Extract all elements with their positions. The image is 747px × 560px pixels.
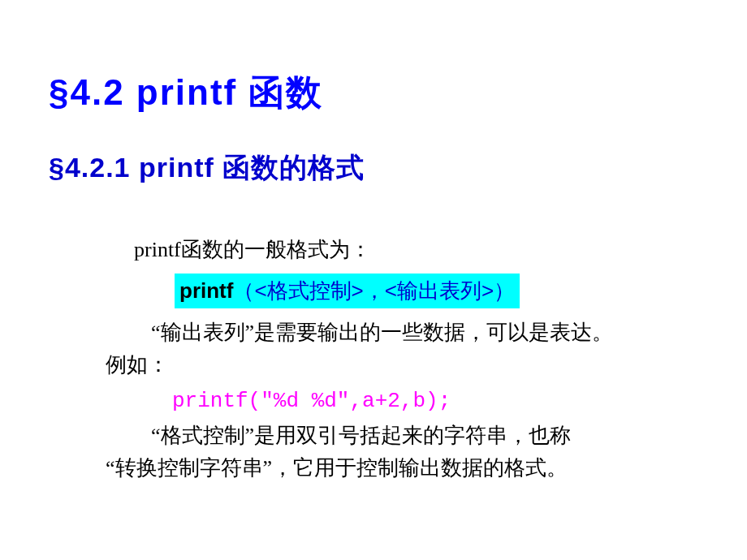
intro-text: printf函数的一般格式为： bbox=[134, 235, 698, 264]
sub-title: §4.2.1 printf 函数的格式 bbox=[49, 149, 698, 187]
slide-content: §4.2 printf 函数 §4.2.1 printf 函数的格式 print… bbox=[0, 0, 747, 485]
printf-keyword: printf bbox=[179, 278, 233, 303]
main-title: §4.2 printf 函数 bbox=[49, 69, 698, 117]
syntax-highlight-box: printf（<格式控制>，<输出表列>） bbox=[175, 274, 520, 308]
paragraph1-line1: “输出表列”是需要输出的一些数据，可以是表达。 bbox=[106, 317, 698, 349]
code-example: printf("%d %d",a+2,b); bbox=[172, 389, 698, 413]
paragraph2-line2: “转换控制字符串”，它用于控制输出数据的格式。 bbox=[106, 452, 698, 485]
paragraph2-line1: “格式控制”是用双引号括起来的字符串，也称 bbox=[106, 420, 698, 452]
printf-args: （<格式控制>，<输出表列>） bbox=[233, 278, 515, 303]
paragraph1-line2: 例如： bbox=[106, 349, 698, 381]
highlight-container: printf（<格式控制>，<输出表列>） bbox=[49, 274, 698, 317]
